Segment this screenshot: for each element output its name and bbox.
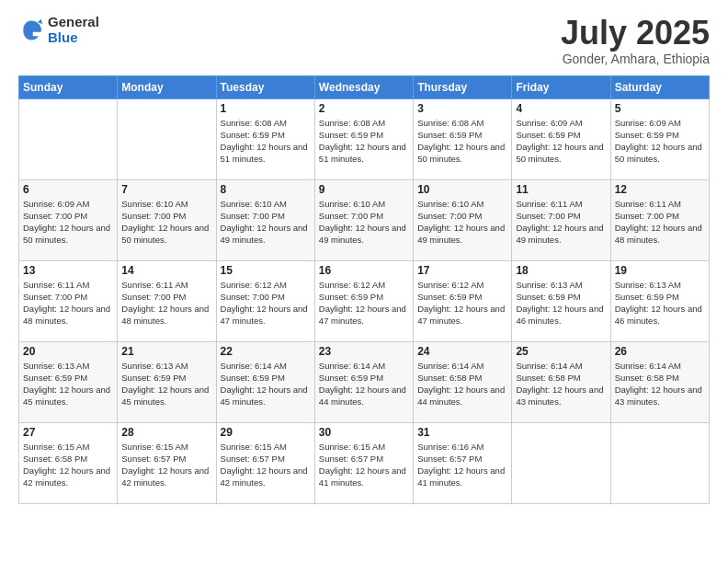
calendar-week-row: 6Sunrise: 6:09 AM Sunset: 7:00 PM Daylig… <box>19 179 710 260</box>
weekday-header-row: SundayMondayTuesdayWednesdayThursdayFrid… <box>19 75 710 98</box>
logo-general: General <box>48 15 99 30</box>
day-info: Sunrise: 6:14 AM Sunset: 6:58 PM Dayligh… <box>516 360 606 408</box>
logo-icon <box>18 17 44 43</box>
day-number: 13 <box>23 264 113 277</box>
day-info: Sunrise: 6:12 AM Sunset: 6:59 PM Dayligh… <box>319 279 409 327</box>
calendar-cell: 11Sunrise: 6:11 AM Sunset: 7:00 PM Dayli… <box>512 179 610 260</box>
calendar-cell: 7Sunrise: 6:10 AM Sunset: 7:00 PM Daylig… <box>118 179 216 260</box>
day-number: 31 <box>417 426 507 439</box>
calendar-cell: 21Sunrise: 6:13 AM Sunset: 6:59 PM Dayli… <box>118 341 216 422</box>
day-info: Sunrise: 6:13 AM Sunset: 6:59 PM Dayligh… <box>615 279 705 327</box>
day-info: Sunrise: 6:11 AM Sunset: 7:00 PM Dayligh… <box>23 279 113 327</box>
day-number: 8 <box>221 183 311 196</box>
calendar-cell: 13Sunrise: 6:11 AM Sunset: 7:00 PM Dayli… <box>19 260 118 341</box>
day-number: 20 <box>23 345 113 358</box>
day-number: 6 <box>23 183 113 196</box>
logo-blue: Blue <box>48 30 99 46</box>
day-info: Sunrise: 6:13 AM Sunset: 6:59 PM Dayligh… <box>516 279 606 327</box>
day-info: Sunrise: 6:13 AM Sunset: 6:59 PM Dayligh… <box>23 360 113 408</box>
calendar-cell: 5Sunrise: 6:09 AM Sunset: 6:59 PM Daylig… <box>610 98 709 179</box>
calendar-cell: 29Sunrise: 6:15 AM Sunset: 6:57 PM Dayli… <box>216 422 314 503</box>
day-number: 30 <box>319 426 409 439</box>
calendar-cell: 23Sunrise: 6:14 AM Sunset: 6:59 PM Dayli… <box>314 341 413 422</box>
calendar-cell: 31Sunrise: 6:16 AM Sunset: 6:57 PM Dayli… <box>414 422 512 503</box>
calendar-cell: 25Sunrise: 6:14 AM Sunset: 6:58 PM Dayli… <box>512 341 610 422</box>
day-number: 2 <box>319 102 409 115</box>
calendar-cell <box>512 422 610 503</box>
day-info: Sunrise: 6:16 AM Sunset: 6:57 PM Dayligh… <box>417 441 507 489</box>
weekday-header: Wednesday <box>314 75 413 98</box>
day-number: 29 <box>221 426 311 439</box>
calendar-cell <box>19 98 118 179</box>
calendar-cell: 22Sunrise: 6:14 AM Sunset: 6:59 PM Dayli… <box>216 341 314 422</box>
calendar-cell: 28Sunrise: 6:15 AM Sunset: 6:57 PM Dayli… <box>118 422 216 503</box>
day-number: 28 <box>121 426 211 439</box>
calendar-cell: 4Sunrise: 6:09 AM Sunset: 6:59 PM Daylig… <box>512 98 610 179</box>
day-number: 11 <box>516 183 606 196</box>
day-number: 5 <box>615 102 705 115</box>
day-info: Sunrise: 6:15 AM Sunset: 6:57 PM Dayligh… <box>221 441 311 489</box>
day-info: Sunrise: 6:10 AM Sunset: 7:00 PM Dayligh… <box>319 198 409 247</box>
day-number: 12 <box>615 183 705 196</box>
calendar-cell: 18Sunrise: 6:13 AM Sunset: 6:59 PM Dayli… <box>512 260 610 341</box>
day-number: 14 <box>121 264 211 277</box>
location-subtitle: Gonder, Amhara, Ethiopia <box>561 52 710 66</box>
day-info: Sunrise: 6:08 AM Sunset: 6:59 PM Dayligh… <box>319 117 409 166</box>
day-info: Sunrise: 6:11 AM Sunset: 7:00 PM Dayligh… <box>615 198 705 247</box>
calendar-cell: 2Sunrise: 6:08 AM Sunset: 6:59 PM Daylig… <box>314 98 413 179</box>
day-info: Sunrise: 6:15 AM Sunset: 6:58 PM Dayligh… <box>23 441 113 489</box>
day-number: 24 <box>417 345 507 358</box>
day-info: Sunrise: 6:13 AM Sunset: 6:59 PM Dayligh… <box>121 360 211 408</box>
weekday-header: Friday <box>512 75 610 98</box>
calendar-cell: 15Sunrise: 6:12 AM Sunset: 7:00 PM Dayli… <box>216 260 314 341</box>
day-info: Sunrise: 6:15 AM Sunset: 6:57 PM Dayligh… <box>121 441 211 489</box>
calendar-cell: 8Sunrise: 6:10 AM Sunset: 7:00 PM Daylig… <box>216 179 314 260</box>
calendar-cell <box>118 98 216 179</box>
day-info: Sunrise: 6:12 AM Sunset: 6:59 PM Dayligh… <box>417 279 507 327</box>
page: General Blue July 2025 Gonder, Amhara, E… <box>0 0 728 563</box>
day-number: 19 <box>615 264 705 277</box>
calendar-cell: 6Sunrise: 6:09 AM Sunset: 7:00 PM Daylig… <box>19 179 118 260</box>
day-info: Sunrise: 6:10 AM Sunset: 7:00 PM Dayligh… <box>417 198 507 247</box>
day-info: Sunrise: 6:09 AM Sunset: 6:59 PM Dayligh… <box>516 117 606 166</box>
weekday-header: Saturday <box>610 75 709 98</box>
calendar-cell: 20Sunrise: 6:13 AM Sunset: 6:59 PM Dayli… <box>19 341 118 422</box>
day-info: Sunrise: 6:09 AM Sunset: 7:00 PM Dayligh… <box>23 198 113 247</box>
day-info: Sunrise: 6:09 AM Sunset: 6:59 PM Dayligh… <box>615 117 705 166</box>
day-info: Sunrise: 6:10 AM Sunset: 7:00 PM Dayligh… <box>221 198 311 247</box>
calendar-cell <box>610 422 709 503</box>
day-info: Sunrise: 6:14 AM Sunset: 6:59 PM Dayligh… <box>221 360 311 408</box>
calendar-cell: 14Sunrise: 6:11 AM Sunset: 7:00 PM Dayli… <box>118 260 216 341</box>
day-info: Sunrise: 6:08 AM Sunset: 6:59 PM Dayligh… <box>221 117 311 166</box>
day-info: Sunrise: 6:14 AM Sunset: 6:58 PM Dayligh… <box>417 360 507 408</box>
day-info: Sunrise: 6:14 AM Sunset: 6:58 PM Dayligh… <box>615 360 705 408</box>
logo: General Blue <box>18 15 99 45</box>
day-number: 21 <box>121 345 211 358</box>
day-info: Sunrise: 6:11 AM Sunset: 7:00 PM Dayligh… <box>516 198 606 247</box>
day-number: 10 <box>417 183 507 196</box>
day-info: Sunrise: 6:10 AM Sunset: 7:00 PM Dayligh… <box>121 198 211 247</box>
day-number: 17 <box>417 264 507 277</box>
calendar-cell: 30Sunrise: 6:15 AM Sunset: 6:57 PM Dayli… <box>314 422 413 503</box>
day-number: 22 <box>221 345 311 358</box>
calendar-cell: 27Sunrise: 6:15 AM Sunset: 6:58 PM Dayli… <box>19 422 118 503</box>
day-number: 27 <box>23 426 113 439</box>
weekday-header: Sunday <box>19 75 118 98</box>
calendar-cell: 1Sunrise: 6:08 AM Sunset: 6:59 PM Daylig… <box>216 98 314 179</box>
calendar-cell: 26Sunrise: 6:14 AM Sunset: 6:58 PM Dayli… <box>610 341 709 422</box>
calendar-cell: 19Sunrise: 6:13 AM Sunset: 6:59 PM Dayli… <box>610 260 709 341</box>
calendar-cell: 9Sunrise: 6:10 AM Sunset: 7:00 PM Daylig… <box>314 179 413 260</box>
logo-text: General Blue <box>48 15 99 45</box>
weekday-header: Monday <box>118 75 216 98</box>
day-info: Sunrise: 6:08 AM Sunset: 6:59 PM Dayligh… <box>417 117 507 166</box>
day-number: 23 <box>319 345 409 358</box>
day-number: 9 <box>319 183 409 196</box>
calendar-cell: 12Sunrise: 6:11 AM Sunset: 7:00 PM Dayli… <box>610 179 709 260</box>
weekday-header: Thursday <box>414 75 512 98</box>
month-title: July 2025 <box>561 15 710 52</box>
calendar-week-row: 27Sunrise: 6:15 AM Sunset: 6:58 PM Dayli… <box>19 422 710 503</box>
calendar-cell: 17Sunrise: 6:12 AM Sunset: 6:59 PM Dayli… <box>414 260 512 341</box>
day-number: 18 <box>516 264 606 277</box>
day-number: 16 <box>319 264 409 277</box>
day-number: 25 <box>516 345 606 358</box>
